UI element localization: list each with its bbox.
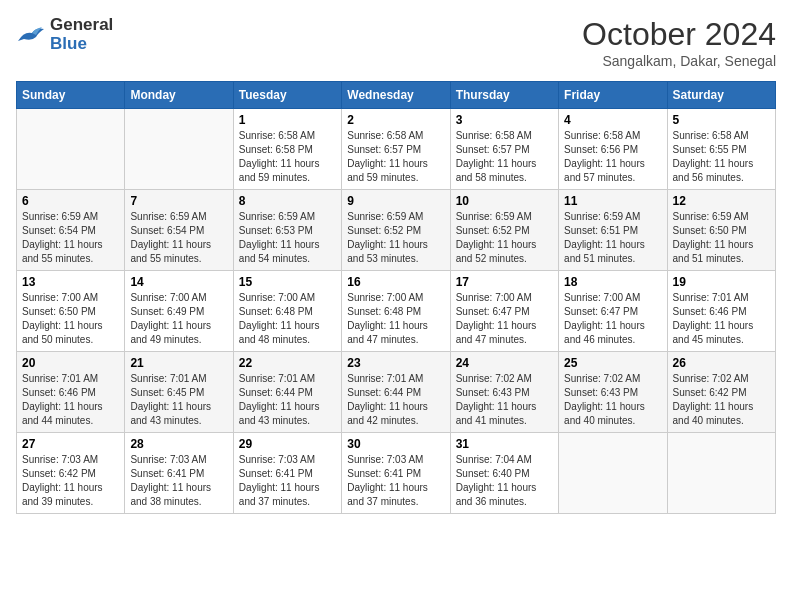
- day-number: 30: [347, 437, 444, 451]
- day-info: Sunrise: 6:58 AM Sunset: 6:57 PM Dayligh…: [456, 129, 553, 185]
- day-info: Sunrise: 7:00 AM Sunset: 6:47 PM Dayligh…: [564, 291, 661, 347]
- day-info: Sunrise: 6:58 AM Sunset: 6:56 PM Dayligh…: [564, 129, 661, 185]
- day-info: Sunrise: 7:01 AM Sunset: 6:44 PM Dayligh…: [239, 372, 336, 428]
- logo: General Blue: [16, 16, 113, 53]
- calendar-week-row: 20Sunrise: 7:01 AM Sunset: 6:46 PM Dayli…: [17, 352, 776, 433]
- calendar-day-cell: 9Sunrise: 6:59 AM Sunset: 6:52 PM Daylig…: [342, 190, 450, 271]
- calendar-week-row: 13Sunrise: 7:00 AM Sunset: 6:50 PM Dayli…: [17, 271, 776, 352]
- day-number: 12: [673, 194, 770, 208]
- calendar-day-cell: [559, 433, 667, 514]
- calendar-day-cell: 24Sunrise: 7:02 AM Sunset: 6:43 PM Dayli…: [450, 352, 558, 433]
- day-number: 3: [456, 113, 553, 127]
- day-number: 15: [239, 275, 336, 289]
- day-info: Sunrise: 7:01 AM Sunset: 6:45 PM Dayligh…: [130, 372, 227, 428]
- calendar-day-cell: 5Sunrise: 6:58 AM Sunset: 6:55 PM Daylig…: [667, 109, 775, 190]
- calendar-day-cell: 31Sunrise: 7:04 AM Sunset: 6:40 PM Dayli…: [450, 433, 558, 514]
- calendar-day-cell: 15Sunrise: 7:00 AM Sunset: 6:48 PM Dayli…: [233, 271, 341, 352]
- month-title: October 2024: [582, 16, 776, 53]
- day-info: Sunrise: 6:58 AM Sunset: 6:55 PM Dayligh…: [673, 129, 770, 185]
- calendar-day-cell: [125, 109, 233, 190]
- day-number: 27: [22, 437, 119, 451]
- calendar-day-header: Saturday: [667, 82, 775, 109]
- day-info: Sunrise: 6:59 AM Sunset: 6:54 PM Dayligh…: [130, 210, 227, 266]
- day-number: 7: [130, 194, 227, 208]
- calendar-day-cell: 12Sunrise: 6:59 AM Sunset: 6:50 PM Dayli…: [667, 190, 775, 271]
- day-info: Sunrise: 7:03 AM Sunset: 6:41 PM Dayligh…: [239, 453, 336, 509]
- day-number: 6: [22, 194, 119, 208]
- calendar-header-row: SundayMondayTuesdayWednesdayThursdayFrid…: [17, 82, 776, 109]
- calendar-table: SundayMondayTuesdayWednesdayThursdayFrid…: [16, 81, 776, 514]
- day-number: 26: [673, 356, 770, 370]
- day-number: 16: [347, 275, 444, 289]
- logo-bird-icon: [16, 23, 46, 47]
- title-block: October 2024 Sangalkam, Dakar, Senegal: [582, 16, 776, 69]
- calendar-day-cell: 14Sunrise: 7:00 AM Sunset: 6:49 PM Dayli…: [125, 271, 233, 352]
- calendar-day-cell: 25Sunrise: 7:02 AM Sunset: 6:43 PM Dayli…: [559, 352, 667, 433]
- calendar-day-cell: 17Sunrise: 7:00 AM Sunset: 6:47 PM Dayli…: [450, 271, 558, 352]
- day-info: Sunrise: 7:00 AM Sunset: 6:49 PM Dayligh…: [130, 291, 227, 347]
- calendar-day-header: Sunday: [17, 82, 125, 109]
- day-number: 24: [456, 356, 553, 370]
- day-info: Sunrise: 7:03 AM Sunset: 6:41 PM Dayligh…: [347, 453, 444, 509]
- calendar-day-cell: 21Sunrise: 7:01 AM Sunset: 6:45 PM Dayli…: [125, 352, 233, 433]
- day-info: Sunrise: 7:03 AM Sunset: 6:41 PM Dayligh…: [130, 453, 227, 509]
- day-number: 28: [130, 437, 227, 451]
- day-number: 20: [22, 356, 119, 370]
- day-number: 10: [456, 194, 553, 208]
- calendar-day-header: Wednesday: [342, 82, 450, 109]
- day-number: 11: [564, 194, 661, 208]
- day-info: Sunrise: 6:58 AM Sunset: 6:58 PM Dayligh…: [239, 129, 336, 185]
- calendar-day-cell: 27Sunrise: 7:03 AM Sunset: 6:42 PM Dayli…: [17, 433, 125, 514]
- day-number: 2: [347, 113, 444, 127]
- day-number: 25: [564, 356, 661, 370]
- day-number: 1: [239, 113, 336, 127]
- day-info: Sunrise: 7:00 AM Sunset: 6:48 PM Dayligh…: [347, 291, 444, 347]
- calendar-day-cell: [17, 109, 125, 190]
- calendar-day-cell: 19Sunrise: 7:01 AM Sunset: 6:46 PM Dayli…: [667, 271, 775, 352]
- logo-blue-text: Blue: [50, 35, 113, 54]
- day-number: 22: [239, 356, 336, 370]
- calendar-day-cell: 23Sunrise: 7:01 AM Sunset: 6:44 PM Dayli…: [342, 352, 450, 433]
- day-info: Sunrise: 7:01 AM Sunset: 6:44 PM Dayligh…: [347, 372, 444, 428]
- calendar-day-header: Monday: [125, 82, 233, 109]
- calendar-day-cell: 1Sunrise: 6:58 AM Sunset: 6:58 PM Daylig…: [233, 109, 341, 190]
- calendar-day-cell: 6Sunrise: 6:59 AM Sunset: 6:54 PM Daylig…: [17, 190, 125, 271]
- calendar-day-header: Tuesday: [233, 82, 341, 109]
- calendar-day-cell: 7Sunrise: 6:59 AM Sunset: 6:54 PM Daylig…: [125, 190, 233, 271]
- calendar-day-cell: 30Sunrise: 7:03 AM Sunset: 6:41 PM Dayli…: [342, 433, 450, 514]
- day-info: Sunrise: 7:03 AM Sunset: 6:42 PM Dayligh…: [22, 453, 119, 509]
- day-info: Sunrise: 7:00 AM Sunset: 6:47 PM Dayligh…: [456, 291, 553, 347]
- calendar-day-cell: 20Sunrise: 7:01 AM Sunset: 6:46 PM Dayli…: [17, 352, 125, 433]
- day-number: 14: [130, 275, 227, 289]
- day-info: Sunrise: 7:00 AM Sunset: 6:50 PM Dayligh…: [22, 291, 119, 347]
- day-info: Sunrise: 7:01 AM Sunset: 6:46 PM Dayligh…: [673, 291, 770, 347]
- day-info: Sunrise: 7:04 AM Sunset: 6:40 PM Dayligh…: [456, 453, 553, 509]
- day-info: Sunrise: 7:02 AM Sunset: 6:42 PM Dayligh…: [673, 372, 770, 428]
- day-number: 18: [564, 275, 661, 289]
- calendar-day-cell: 18Sunrise: 7:00 AM Sunset: 6:47 PM Dayli…: [559, 271, 667, 352]
- day-number: 13: [22, 275, 119, 289]
- day-info: Sunrise: 7:00 AM Sunset: 6:48 PM Dayligh…: [239, 291, 336, 347]
- day-info: Sunrise: 6:59 AM Sunset: 6:53 PM Dayligh…: [239, 210, 336, 266]
- calendar-day-cell: 16Sunrise: 7:00 AM Sunset: 6:48 PM Dayli…: [342, 271, 450, 352]
- day-info: Sunrise: 7:02 AM Sunset: 6:43 PM Dayligh…: [564, 372, 661, 428]
- calendar-day-cell: 11Sunrise: 6:59 AM Sunset: 6:51 PM Dayli…: [559, 190, 667, 271]
- day-info: Sunrise: 6:59 AM Sunset: 6:52 PM Dayligh…: [347, 210, 444, 266]
- calendar-day-cell: 29Sunrise: 7:03 AM Sunset: 6:41 PM Dayli…: [233, 433, 341, 514]
- page-header: General Blue October 2024 Sangalkam, Dak…: [16, 16, 776, 69]
- calendar-day-cell: 26Sunrise: 7:02 AM Sunset: 6:42 PM Dayli…: [667, 352, 775, 433]
- day-number: 8: [239, 194, 336, 208]
- calendar-day-cell: 4Sunrise: 6:58 AM Sunset: 6:56 PM Daylig…: [559, 109, 667, 190]
- day-info: Sunrise: 6:59 AM Sunset: 6:51 PM Dayligh…: [564, 210, 661, 266]
- day-info: Sunrise: 6:58 AM Sunset: 6:57 PM Dayligh…: [347, 129, 444, 185]
- day-number: 29: [239, 437, 336, 451]
- day-number: 9: [347, 194, 444, 208]
- day-info: Sunrise: 7:02 AM Sunset: 6:43 PM Dayligh…: [456, 372, 553, 428]
- calendar-day-cell: 8Sunrise: 6:59 AM Sunset: 6:53 PM Daylig…: [233, 190, 341, 271]
- calendar-day-cell: [667, 433, 775, 514]
- calendar-day-cell: 28Sunrise: 7:03 AM Sunset: 6:41 PM Dayli…: [125, 433, 233, 514]
- location-text: Sangalkam, Dakar, Senegal: [582, 53, 776, 69]
- day-number: 31: [456, 437, 553, 451]
- calendar-day-cell: 13Sunrise: 7:00 AM Sunset: 6:50 PM Dayli…: [17, 271, 125, 352]
- day-info: Sunrise: 6:59 AM Sunset: 6:50 PM Dayligh…: [673, 210, 770, 266]
